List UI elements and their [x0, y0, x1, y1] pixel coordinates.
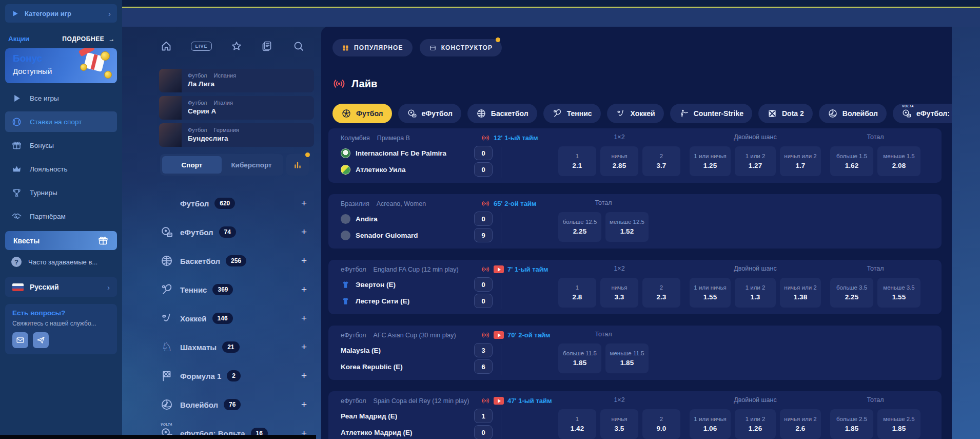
sport-chip-dota2[interactable]: Dota 2	[758, 104, 813, 123]
sport-chip-efootball[interactable]: еФутбол	[398, 104, 461, 123]
add-sport-button[interactable]: +	[301, 341, 310, 353]
odds-cell[interactable]: ничья3.5	[600, 409, 638, 439]
stream-badge[interactable]	[494, 397, 504, 405]
language-selector[interactable]: Русский ›	[5, 277, 117, 297]
odds-cell[interactable]: меньше 2.51.85	[877, 409, 920, 439]
sidebar-item-loyalty[interactable]: Лояльность	[0, 157, 122, 181]
odds-cell[interactable]: 1 или ничья1.55	[690, 278, 731, 308]
sidebar-item-tournaments[interactable]: Турниры	[0, 181, 122, 204]
sport-row-basketball[interactable]: Баскетбол256+	[160, 246, 310, 275]
sport-chip-counter-strike[interactable]: Counter-Strike	[670, 104, 752, 123]
sport-chip-football[interactable]: Футбол	[332, 104, 392, 123]
odds-cell[interactable]: больше 12.52.25	[558, 212, 601, 242]
sport-row-formula1[interactable]: Формула 12+	[160, 361, 310, 390]
tab-constructor[interactable]: КОНСТРУКТОР	[420, 39, 502, 56]
odds-cell[interactable]: больше 1.51.62	[830, 146, 873, 176]
match-card[interactable]: БразилияAcreano, Women65' 2-ой таймAndir…	[328, 194, 942, 249]
odds-cell[interactable]: меньше 3.51.55	[877, 278, 920, 308]
odds-value: 1.62	[845, 162, 858, 169]
quick-league-card[interactable]: ФутболИталияСерия А	[159, 96, 314, 120]
divider	[501, 410, 501, 439]
sport-row-volleyball[interactable]: Волейбол76+	[160, 390, 310, 419]
match-card[interactable]: еФутболEngland FA Cup (12 min play)7' 1-…	[328, 260, 942, 314]
sidebar-item-bonuses[interactable]: Бонусы	[0, 133, 122, 157]
sport-row-football[interactable]: Футбол620+	[160, 189, 310, 218]
odds-cell[interactable]: ничья или 21.7	[780, 146, 821, 176]
add-sport-button[interactable]: +	[301, 370, 310, 381]
odds-cell[interactable]: больше 3.52.25	[830, 278, 873, 308]
tab-popular[interactable]: ПОПУЛЯРНОЕ	[332, 39, 413, 56]
odds-cell[interactable]: меньше 12.51.52	[605, 212, 649, 242]
odds-cell[interactable]: 1 или 21.26	[735, 409, 776, 439]
add-sport-button[interactable]: +	[301, 226, 310, 238]
faq-link[interactable]: ? Часто задаваемые в...	[11, 257, 97, 267]
home-icon[interactable]	[160, 40, 172, 52]
odds-cell[interactable]: 12.1	[558, 146, 596, 176]
sidebar-item-sport-bets[interactable]: Ставки на спорт	[5, 111, 117, 132]
odds-cell[interactable]: 12.8	[558, 278, 596, 308]
sport-chip-basketball[interactable]: Баскетбол	[467, 104, 537, 123]
sport-row-efootball[interactable]: еФутбол74+	[160, 218, 310, 246]
odds-cell[interactable]: 23.7	[642, 146, 680, 176]
star-icon[interactable]	[230, 40, 243, 52]
telegram-button[interactable]	[33, 332, 49, 348]
add-sport-button[interactable]: +	[301, 255, 310, 266]
sport-row-chess[interactable]: ♘Шахматы21+	[160, 333, 310, 361]
odds-cell[interactable]: меньше 11.51.85	[605, 343, 649, 373]
add-sport-button[interactable]: +	[301, 313, 310, 324]
sidebar-item-all-games[interactable]: Все игры	[0, 86, 122, 110]
sport-chip-efootball-volta[interactable]: VOLTAеФутбол: Вольта	[893, 104, 952, 123]
coupon-icon[interactable]	[261, 40, 273, 52]
sport-chips-row: ФутболеФутболБаскетболТеннисХоккейCounte…	[332, 104, 952, 123]
match-card[interactable]: еФутболAFC Asian Cup (30 min play)70' 2-…	[328, 326, 942, 380]
sport-chip-tennis[interactable]: Теннис	[543, 104, 601, 123]
quick-league-card[interactable]: ФутболГерманияБундеслига	[159, 123, 314, 147]
odds-cell[interactable]: ничья или 21.38	[780, 278, 821, 308]
sidebar-item-partners[interactable]: Партнёрам	[0, 204, 122, 228]
add-sport-button[interactable]: +	[301, 399, 310, 410]
odds-value: 1.7	[796, 162, 806, 169]
odds-cell[interactable]: 22.3	[642, 278, 680, 308]
sport-chip-hockey[interactable]: Хоккей	[607, 104, 664, 123]
promos-more-link[interactable]: ПОДРОБНЕЕ →	[62, 35, 115, 43]
team-score: 0	[474, 425, 493, 439]
email-button[interactable]	[12, 332, 28, 348]
match-card[interactable]: КолумбияПримера B12' 1-ый таймInternacio…	[328, 128, 942, 183]
odds-cell[interactable]: 1 или 21.27	[735, 146, 776, 176]
odds-cell[interactable]: больше 2.51.85	[830, 409, 873, 439]
tab-sport[interactable]: Спорт	[162, 156, 222, 174]
bonus-banner[interactable]: Бонус Доступный	[5, 48, 117, 83]
question-icon: ?	[11, 257, 22, 267]
odds-value: 1.85	[573, 359, 586, 367]
match-competition: Колумбия	[341, 135, 370, 142]
game-categories-button[interactable]: Категории игр ›	[5, 4, 117, 23]
sport-row-tennis[interactable]: Теннис369+	[160, 275, 310, 304]
sport-row-hockey[interactable]: Хоккей146+	[160, 304, 310, 333]
stream-badge[interactable]	[494, 331, 504, 339]
odds-cell[interactable]: меньше 1.52.08	[877, 146, 920, 176]
tab-esport[interactable]: Киберспорт	[222, 156, 281, 174]
odds-cell[interactable]: 1 или ничья1.06	[690, 409, 731, 439]
add-sport-button[interactable]: +	[301, 284, 310, 295]
bar-chart-icon	[292, 160, 303, 170]
odds-label: больше 1.5	[836, 153, 867, 159]
quick-league-card[interactable]: ФутболИспанияЛа Лига	[159, 69, 314, 92]
odds-cell[interactable]: 29.0	[642, 409, 680, 439]
odds-cell[interactable]: ничья2.85	[600, 146, 638, 176]
odds-cell[interactable]: 1 или ничья1.25	[690, 146, 731, 176]
odds-cell[interactable]: больше 11.51.85	[558, 343, 601, 373]
odds-cell[interactable]: 1 или 21.3	[735, 278, 776, 308]
odds-group-title: Двойной шанс	[690, 265, 821, 273]
live-nav-badge[interactable]: LIVE	[191, 42, 211, 51]
odds-cell[interactable]: 11.42	[558, 409, 596, 439]
search-icon[interactable]	[292, 40, 305, 52]
statistics-button[interactable]	[286, 154, 309, 176]
add-sport-button[interactable]: +	[301, 198, 310, 209]
sport-chip-volleyball[interactable]: Волейбол	[819, 104, 887, 123]
quests-banner[interactable]: Квесты	[5, 231, 117, 250]
match-card[interactable]: еФутболSpain Copa del Rey (12 min play)4…	[328, 391, 942, 439]
stream-badge[interactable]	[494, 265, 504, 273]
promos-link[interactable]: Акции	[8, 35, 29, 43]
odds-cell[interactable]: ничья3.3	[600, 278, 638, 308]
odds-cell[interactable]: ничья или 22.6	[780, 409, 821, 439]
